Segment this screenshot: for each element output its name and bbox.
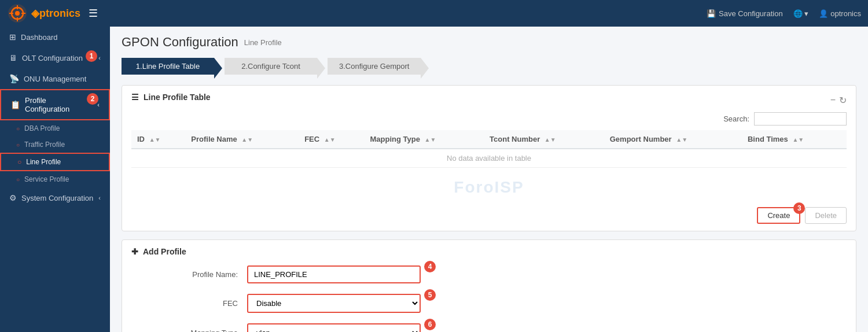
onu-icon: 📡 — [9, 74, 19, 83]
sidebar-item-label: Dashboard — [21, 33, 58, 42]
page-header: GPON Configuration Line Profile — [122, 35, 856, 50]
form-group-profile-name: Profile Name: 4 — [131, 265, 847, 283]
minimize-icon[interactable]: − — [830, 95, 836, 105]
col-fec[interactable]: FEC ▲▼ — [299, 130, 364, 149]
circle-active-icon: ○ — [17, 158, 21, 166]
no-data-cell: No data available in table — [131, 149, 847, 168]
action-row: Create 3 Delete — [131, 207, 847, 224]
fec-select[interactable]: Disable Enable — [247, 294, 421, 313]
sidebar-item-label: System Configuration — [21, 194, 93, 202]
profile-icon: 📋 — [10, 100, 20, 109]
chevron-icon: ‹ — [97, 101, 100, 108]
circle-icon: ○ — [16, 176, 20, 183]
col-mapping-type[interactable]: Mapping Type ▲▼ — [364, 130, 484, 149]
col-profile-name[interactable]: Profile Name ▲▼ — [185, 130, 299, 149]
page-title: GPON Configuration — [122, 35, 238, 50]
user-menu[interactable]: 👤 optronics — [819, 9, 861, 18]
logo-icon — [7, 3, 28, 24]
watermark: ForoISP — [131, 168, 847, 201]
sidebar-item-profile-config[interactable]: 📋 Profile Configuration ‹ 2 — [0, 89, 110, 120]
sidebar-item-dashboard[interactable]: ⊞ Dashboard — [0, 27, 110, 47]
logo-name: ◈ptronics — [31, 7, 80, 20]
sidebar-item-label: Service Profile — [24, 175, 69, 183]
sidebar-item-label: OLT Configuration — [22, 54, 83, 62]
table-toolbar: Search: — [131, 112, 847, 126]
form-group-mapping-type: Mapping Type vlan gem-port 6 — [131, 323, 847, 332]
col-gemport-number[interactable]: Gemport Number ▲▼ — [604, 130, 742, 149]
sidebar-item-system-config[interactable]: ⚙ System Configuration ‹ — [0, 187, 110, 208]
user-icon: 👤 — [819, 9, 828, 18]
badge-3: 3 — [793, 202, 805, 214]
save-icon: 💾 — [707, 9, 716, 18]
badge-1: 1 — [86, 50, 97, 62]
save-config-btn[interactable]: 💾 Save Configuration — [707, 9, 783, 18]
sidebar-item-line-profile[interactable]: ○ Line Profile — [0, 153, 110, 171]
layout: ⊞ Dashboard 🖥 OLT Configuration ‹ 1 📡 ON… — [0, 27, 868, 332]
svg-point-2 — [15, 11, 20, 16]
olt-icon: 🖥 — [9, 53, 17, 62]
globe-icon: 🌐 — [793, 9, 803, 18]
sidebar-item-label: Line Profile — [26, 158, 61, 166]
system-icon: ⚙ — [9, 193, 17, 202]
sidebar-item-label: DBA Profile — [24, 124, 60, 132]
navbar: ◈ptronics ☰ 💾 Save Configuration 🌐 ▾ 👤 o… — [0, 0, 868, 27]
logo: ◈ptronics — [7, 3, 80, 24]
data-table: ID ▲▼ Profile Name ▲▼ FEC ▲▼ Mapping Typ… — [131, 130, 847, 168]
profile-name-label: Profile Name: — [131, 270, 247, 279]
sidebar-item-label: ONU Management — [24, 75, 86, 83]
refresh-icon[interactable]: ↻ — [839, 95, 847, 106]
badge-5: 5 — [424, 289, 436, 301]
sidebar-item-olt-config[interactable]: 🖥 OLT Configuration ‹ 1 — [0, 47, 110, 68]
sidebar-item-onu-mgmt[interactable]: 📡 ONU Management — [0, 68, 110, 89]
page-subtitle: Line Profile — [244, 38, 282, 47]
sidebar: ⊞ Dashboard 🖥 OLT Configuration ‹ 1 📡 ON… — [0, 27, 110, 332]
chevron-icon: ‹ — [98, 194, 101, 201]
add-profile-card: ✚ Add Profile Profile Name: 4 FEC Disabl… — [122, 239, 856, 332]
table-card: ☰ Line Profile Table − ↻ Search: ID ▲▼ — [122, 85, 856, 231]
col-bind-times[interactable]: Bind Times ▲▼ — [742, 130, 847, 149]
dashboard-icon: ⊞ — [9, 32, 16, 42]
wizard-step-3[interactable]: 3.Configure Gemport — [328, 58, 421, 75]
add-profile-header: ✚ Add Profile — [131, 247, 847, 256]
badge-6: 6 — [424, 319, 436, 330]
main-content: GPON Configuration Line Profile 1.Line P… — [110, 27, 868, 332]
navbar-left: ◈ptronics ☰ — [7, 3, 98, 24]
navbar-right: 💾 Save Configuration 🌐 ▾ 👤 optronics — [707, 9, 861, 18]
mapping-type-label: Mapping Type — [131, 329, 247, 332]
chevron-icon: ‹ — [98, 54, 101, 61]
globe-btn[interactable]: 🌐 ▾ — [793, 9, 809, 18]
col-id[interactable]: ID ▲▼ — [131, 130, 185, 149]
table-card-title: ☰ Line Profile Table — [131, 93, 211, 102]
badge-4: 4 — [424, 261, 436, 272]
badge-2: 2 — [87, 93, 98, 105]
table-icon: ☰ — [131, 93, 139, 102]
sidebar-item-dba-profile[interactable]: ○ DBA Profile — [0, 120, 110, 137]
fec-label: FEC — [131, 299, 247, 308]
profile-name-input[interactable] — [247, 265, 421, 283]
delete-button[interactable]: Delete — [805, 207, 847, 224]
form-group-fec: FEC Disable Enable 5 — [131, 294, 847, 313]
sidebar-item-label: Traffic Profile — [24, 141, 65, 149]
sidebar-item-label: Profile Configuration — [25, 96, 93, 113]
search-input[interactable] — [754, 112, 847, 126]
search-label: Search: — [723, 115, 749, 123]
circle-icon: ○ — [16, 142, 20, 148]
sidebar-item-service-profile[interactable]: ○ Service Profile — [0, 171, 110, 187]
mapping-type-select[interactable]: vlan gem-port — [247, 323, 421, 332]
hamburger-icon[interactable]: ☰ — [89, 7, 98, 20]
circle-icon: ○ — [16, 126, 20, 132]
wizard-step-2[interactable]: 2.Configure Tcont — [225, 58, 317, 75]
add-icon: ✚ — [131, 247, 138, 256]
col-tcont-number[interactable]: Tcont Number ▲▼ — [484, 130, 604, 149]
wizard-steps: 1.Line Profile Table 2.Configure Tcont 3… — [122, 58, 856, 75]
sidebar-item-traffic-profile[interactable]: ○ Traffic Profile — [0, 137, 110, 153]
wizard-step-1[interactable]: 1.Line Profile Table — [122, 58, 214, 75]
